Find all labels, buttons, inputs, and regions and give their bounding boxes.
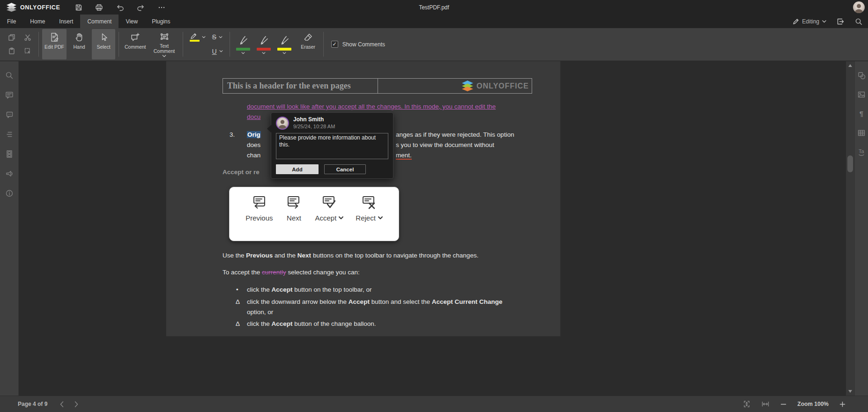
zoom-level[interactable]: Zoom 100%	[797, 401, 829, 407]
previous-page-button[interactable]	[60, 401, 64, 407]
item3-line1-left: Orig	[247, 131, 261, 139]
chevron-down-icon	[219, 50, 223, 52]
copy-button[interactable]	[8, 34, 15, 41]
fit-width-button[interactable]	[761, 400, 770, 408]
deleted-word: currently	[262, 269, 286, 276]
panel-about-button[interactable]	[5, 189, 14, 198]
vertical-scrollbar[interactable]	[846, 61, 854, 396]
image-settings-icon	[857, 90, 866, 99]
tab-file[interactable]: File	[0, 15, 23, 28]
chevron-down-icon	[262, 52, 266, 54]
title-bar: ONLYOFFICE	[0, 0, 868, 15]
open-file-location-button[interactable]	[837, 18, 845, 25]
avatar-person-icon	[853, 1, 865, 13]
fit-page-button[interactable]	[743, 400, 750, 408]
panel-search-button[interactable]	[5, 71, 14, 80]
select-tool-button[interactable]: Select	[92, 29, 115, 59]
previous-label: Previous	[245, 214, 273, 222]
green-pen-button[interactable]	[236, 29, 250, 59]
add-comment-label: Comment	[125, 44, 146, 50]
comment-toolbar: Edit PDF Hand Select Comment	[0, 28, 868, 61]
image-settings-button[interactable]	[857, 90, 866, 99]
page-thumbnails-icon	[5, 150, 14, 158]
user-avatar[interactable]	[853, 1, 865, 13]
scroll-up-arrow[interactable]	[848, 64, 852, 67]
highlight-tool-button[interactable]	[190, 32, 206, 42]
panel-feedback-button[interactable]	[5, 169, 14, 178]
tab-plugins[interactable]: Plugins	[145, 15, 177, 28]
left-panel	[0, 61, 19, 396]
mode-selector[interactable]: Editing	[793, 18, 826, 25]
hand-icon	[74, 32, 84, 42]
comment-anchor-selection: Orig	[247, 131, 261, 138]
accept-change-button-image: Accept	[315, 195, 343, 241]
open-location-icon	[837, 18, 845, 25]
info-icon	[5, 189, 14, 198]
select-all-button[interactable]	[24, 47, 31, 55]
shape-settings-icon	[857, 71, 866, 80]
tab-view[interactable]: View	[119, 15, 145, 28]
eraser-icon	[303, 32, 313, 42]
edit-pdf-button[interactable]: Edit PDF	[42, 29, 67, 59]
pdf-page[interactable]: This is a header for the even pages ONLY…	[166, 61, 560, 336]
tab-insert[interactable]: Insert	[52, 15, 80, 28]
show-comments-checkbox[interactable]: ✓	[331, 41, 338, 48]
paste-button[interactable]	[8, 47, 15, 55]
textart-settings-button[interactable]: Ta	[857, 148, 866, 156]
add-comment-button[interactable]: Comment	[122, 29, 148, 59]
next-change-icon	[285, 195, 303, 211]
reject-label: Reject	[356, 214, 376, 222]
edit-pdf-label: Edit PDF	[45, 44, 64, 50]
strikeout-glyph: S	[212, 33, 216, 41]
zoom-out-button[interactable]	[780, 401, 786, 407]
feedback-megaphone-icon	[5, 169, 14, 178]
paragraph-settings-button[interactable]: ¶	[860, 110, 863, 118]
text-comment-button[interactable]: Text Comment	[149, 29, 179, 59]
next-page-button[interactable]	[74, 401, 78, 407]
text-comment-icon	[159, 32, 170, 41]
print-button[interactable]	[95, 4, 103, 11]
bullet-marker: Δ	[236, 320, 240, 328]
underline-tool-button[interactable]: U	[212, 48, 223, 55]
search-icon	[5, 71, 14, 80]
red-pen-button[interactable]	[257, 29, 271, 59]
page-indicator[interactable]: Page 4 of 9	[18, 401, 47, 407]
comments-icon	[5, 91, 14, 99]
panel-thumbnails-button[interactable]	[5, 150, 14, 158]
scroll-down-arrow[interactable]	[848, 390, 852, 393]
comment-text-input[interactable]: Please provide more information about th…	[276, 133, 388, 159]
underline-glyph: U	[212, 48, 217, 55]
redo-button[interactable]	[137, 4, 145, 11]
comment-author-name: John Smith	[293, 117, 335, 123]
undo-button[interactable]	[116, 4, 124, 11]
tab-comment[interactable]: Comment	[80, 15, 119, 28]
item3-line3-left: chan	[247, 151, 260, 159]
yellow-pen-button[interactable]	[277, 29, 291, 59]
zoom-in-button[interactable]	[839, 401, 846, 407]
shape-settings-button[interactable]	[857, 71, 866, 80]
panel-comments-button[interactable]	[5, 91, 14, 99]
bullet-marker: •	[236, 286, 238, 294]
panel-chat-button[interactable]	[5, 110, 14, 119]
scrollbar-thumb[interactable]	[847, 155, 853, 172]
cut-button[interactable]	[24, 34, 31, 41]
chevron-right-icon	[74, 401, 78, 407]
chevron-down-icon	[378, 216, 383, 220]
eraser-label: Eraser	[301, 44, 315, 50]
reject-change-icon	[360, 195, 378, 211]
eraser-button[interactable]: Eraser	[297, 29, 320, 59]
search-button[interactable]	[855, 18, 862, 25]
more-button[interactable]	[158, 4, 165, 11]
select-tool-label: Select	[96, 44, 110, 50]
tab-home[interactable]: Home	[23, 15, 52, 28]
panel-navigation-button[interactable]	[5, 130, 14, 139]
page-header-logo-text: ONLYOFFICE	[476, 82, 529, 90]
show-comments-toggle[interactable]: ✓ Show Comments	[331, 28, 385, 60]
hand-tool-button[interactable]: Hand	[67, 29, 91, 59]
comment-add-button[interactable]: Add	[276, 164, 319, 174]
save-button[interactable]	[75, 4, 82, 11]
table-settings-button[interactable]	[857, 129, 866, 137]
comment-cancel-button[interactable]: Cancel	[324, 164, 366, 174]
paragraph-navigate: Use the Previous and the Next buttons on…	[223, 251, 478, 259]
strikeout-tool-button[interactable]: S	[212, 33, 223, 41]
